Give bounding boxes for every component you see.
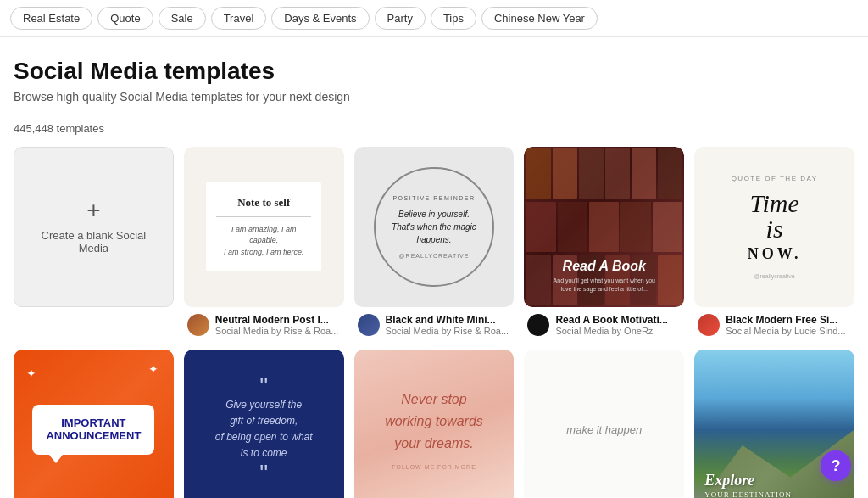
explore-sub: Your Destination bbox=[704, 490, 792, 498]
card-info-black-modern: Black Modern Free Si... Social Media by … bbox=[694, 307, 854, 339]
plus-icon: + bbox=[86, 199, 100, 222]
shelf-row-2 bbox=[524, 200, 684, 254]
card-thumb-read-book: Read A Book And you'll get what you want… bbox=[524, 147, 684, 307]
bw-bottom-text: @REALLYCREATIVE bbox=[399, 253, 470, 259]
book-overlay-text: Read A Book And you'll get what you want… bbox=[554, 258, 655, 294]
card-thumb-freedom: " Give yourself thegift of freedom,of be… bbox=[184, 350, 344, 498]
book-spine bbox=[553, 148, 577, 199]
announce-bubble: IMPORTANTANNOUNCEMENT bbox=[32, 405, 154, 455]
note-body: I am amazing, I am capable,I am strong, … bbox=[216, 224, 311, 259]
book-spine bbox=[605, 148, 630, 199]
create-blank-card[interactable]: + Create a blank Social Media bbox=[14, 147, 174, 339]
dreams-content: Never stopworking towardsyour dreams. FO… bbox=[385, 389, 483, 470]
card-bw-mini[interactable]: POSITIVE REMINDER Believe in yourself.Th… bbox=[354, 147, 515, 339]
explore-text: Explore Your Destination bbox=[704, 472, 792, 498]
card-text-bw-mini: Black and White Mini... Social Media by … bbox=[386, 314, 511, 336]
dreams-sub: FOLLOW ME FOR MORE bbox=[385, 464, 483, 470]
tag-days-events[interactable]: Days & Events bbox=[271, 7, 369, 30]
help-button[interactable]: ? bbox=[821, 450, 851, 481]
card-neutral-modern[interactable]: Note to self I am amazing, I am capable,… bbox=[184, 147, 344, 339]
card-thumb-make-happen: make it happen bbox=[524, 350, 684, 498]
card-sub-neutral-modern: Social Media by Rise & Roa... bbox=[215, 326, 341, 336]
avatar-black-modern bbox=[698, 314, 720, 336]
time-main: Timeis bbox=[749, 191, 798, 242]
template-grid: + Create a blank Social Media Note to se… bbox=[0, 143, 868, 498]
card-make-happen[interactable]: make it happen bbox=[524, 350, 684, 498]
star-icon-tl: ✦ bbox=[26, 367, 36, 380]
card-text-read-book: Read A Book Motivati... Social Media by … bbox=[555, 314, 681, 336]
tag-chinese-new-year[interactable]: Chinese New Year bbox=[481, 7, 598, 30]
book-spine bbox=[632, 148, 656, 199]
create-blank-label: Create a blank Social Media bbox=[28, 229, 159, 255]
note-divider bbox=[216, 216, 311, 217]
bw-main-text: Believe in yourself.That's when the magi… bbox=[386, 208, 482, 246]
card-announcement[interactable]: ✦ ✦ IMPORTANTANNOUNCEMENT bbox=[14, 350, 174, 498]
card-title-bw-mini: Black and White Mini... bbox=[386, 314, 511, 326]
freedom-content: " Give yourself thegift of freedom,of be… bbox=[215, 380, 313, 479]
card-thumb-neutral-modern: Note to self I am amazing, I am capable,… bbox=[184, 147, 344, 307]
book-spine bbox=[526, 148, 550, 199]
book-spine bbox=[658, 255, 682, 305]
note-inner: Note to self I am amazing, I am capable,… bbox=[206, 182, 321, 272]
freedom-quote-close: " bbox=[215, 467, 313, 479]
make-text: make it happen bbox=[566, 423, 642, 436]
announce-text: IMPORTANTANNOUNCEMENT bbox=[46, 417, 141, 443]
create-blank-thumb[interactable]: + Create a blank Social Media bbox=[14, 147, 174, 307]
star-icon-tr: ✦ bbox=[148, 362, 159, 376]
card-thumb-bw-mini: POSITIVE REMINDER Believe in yourself.Th… bbox=[354, 147, 515, 307]
book-sub-text: And you'll get what you want when youlov… bbox=[554, 277, 655, 294]
card-sub-bw-mini: Social Media by Rise & Roa... bbox=[386, 326, 511, 336]
avatar-read-book bbox=[527, 314, 549, 336]
card-title-read-book: Read A Book Motivati... bbox=[555, 314, 681, 326]
book-spine bbox=[658, 148, 682, 199]
freedom-text: Give yourself thegift of freedom,of bein… bbox=[215, 397, 313, 462]
card-text-neutral-modern: Neutral Modern Post I... Social Media by… bbox=[215, 314, 341, 336]
card-info-read-book: Read A Book Motivati... Social Media by … bbox=[524, 307, 684, 339]
page-subtitle: Browse high quality Social Media templat… bbox=[14, 90, 854, 104]
avatar-neutral-modern bbox=[187, 314, 209, 336]
tag-quote[interactable]: Quote bbox=[97, 7, 153, 30]
bw-top-text: POSITIVE REMINDER bbox=[392, 195, 475, 201]
page-title: Social Media templates bbox=[14, 58, 854, 85]
card-text-black-modern: Black Modern Free Si... Social Media by … bbox=[726, 314, 851, 336]
tag-party[interactable]: Party bbox=[375, 7, 426, 30]
tag-real-estate[interactable]: Real Estate bbox=[10, 7, 92, 30]
book-spine bbox=[653, 202, 682, 252]
book-spine bbox=[620, 202, 650, 252]
card-dreams[interactable]: Never stopworking towardsyour dreams. FO… bbox=[354, 350, 515, 498]
book-main-text: Read A Book bbox=[554, 258, 655, 274]
shelf-row-1 bbox=[524, 147, 684, 200]
card-freedom[interactable]: " Give yourself thegift of freedom,of be… bbox=[184, 350, 344, 498]
tag-sale[interactable]: Sale bbox=[159, 7, 206, 30]
tag-travel[interactable]: Travel bbox=[211, 7, 267, 30]
card-info-neutral-modern: Neutral Modern Post I... Social Media by… bbox=[184, 307, 344, 339]
card-title-neutral-modern: Neutral Modern Post I... bbox=[215, 314, 341, 326]
book-spine bbox=[558, 202, 587, 252]
card-sub-black-modern: Social Media by Lucie Sind... bbox=[726, 326, 851, 336]
hero-section: Social Media templates Browse high quali… bbox=[0, 37, 868, 122]
book-spine bbox=[589, 202, 619, 252]
card-thumb-black-modern: Quote of the day Timeis NOW. @reallycrea… bbox=[694, 147, 854, 307]
time-handle: @reallycreative bbox=[754, 273, 794, 279]
card-title-black-modern: Black Modern Free Si... bbox=[726, 314, 851, 326]
card-thumb-dreams: Never stopworking towardsyour dreams. FO… bbox=[354, 350, 515, 498]
bw-circle: POSITIVE REMINDER Believe in yourself.Th… bbox=[374, 167, 494, 288]
time-now: NOW. bbox=[748, 245, 802, 263]
card-info-bw-mini: Black and White Mini... Social Media by … bbox=[354, 307, 515, 339]
book-spine bbox=[526, 202, 555, 252]
card-thumb-announcement: ✦ ✦ IMPORTANTANNOUNCEMENT bbox=[14, 350, 174, 498]
note-title: Note to self bbox=[216, 196, 311, 210]
avatar-bw-mini bbox=[358, 314, 380, 336]
tag-tips[interactable]: Tips bbox=[431, 7, 476, 30]
template-count: 445,448 templates bbox=[0, 122, 868, 143]
freedom-quote-open: " bbox=[215, 380, 313, 392]
book-spine bbox=[526, 255, 550, 305]
dreams-text: Never stopworking towardsyour dreams. bbox=[385, 389, 483, 454]
card-read-book[interactable]: Read A Book And you'll get what you want… bbox=[524, 147, 684, 339]
card-sub-read-book: Social Media by OneRz bbox=[555, 326, 681, 336]
book-spine bbox=[579, 148, 604, 199]
time-top-label: Quote of the day bbox=[732, 175, 818, 182]
tags-bar: Real Estate Quote Sale Travel Days & Eve… bbox=[0, 0, 868, 37]
card-black-modern[interactable]: Quote of the day Timeis NOW. @reallycrea… bbox=[694, 147, 854, 339]
